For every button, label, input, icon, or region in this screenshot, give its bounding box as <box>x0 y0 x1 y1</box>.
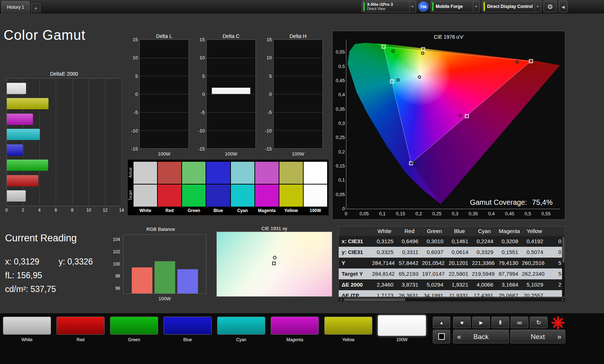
pattern-label: Cyan <box>217 337 265 342</box>
table-cell: 20,1201 <box>447 258 472 268</box>
table-row[interactable]: Target Y284,814265,2193197,014722,580121… <box>339 268 565 279</box>
back-button[interactable]: « Back <box>453 330 509 343</box>
scrollbar-thumb[interactable] <box>562 237 565 263</box>
swatch-col-red: Red <box>158 162 181 215</box>
table-row[interactable]: ΔE 20002,34603,87315,02941,93214,00663,1… <box>339 279 565 290</box>
deltae-bar-cyan <box>7 129 40 140</box>
pattern-button-green[interactable]: Green <box>110 317 158 342</box>
reading-fl-label: fL: <box>5 271 14 280</box>
actual-target-swatches: Actual Target WhiteRedGreenBlueCyanMagen… <box>127 159 329 216</box>
pattern-label: 100W <box>378 337 426 342</box>
x-tick-label: 6 <box>55 208 57 213</box>
swatch-label: Green <box>182 207 206 213</box>
add-tab-button[interactable]: + <box>31 3 41 13</box>
target-marker-cyan <box>390 80 394 84</box>
column-header: Yellow <box>522 227 547 236</box>
y-tick-label: -5 <box>267 110 272 115</box>
continuous-button[interactable]: ∞ <box>511 317 528 328</box>
actual-swatch <box>304 162 327 184</box>
column-header: Cyan <box>472 227 497 236</box>
table-cell: 201,0542 <box>422 258 447 268</box>
chevron-down-icon[interactable]: ▼ <box>535 1 540 12</box>
actual-swatch <box>231 162 254 184</box>
cie-1931-chart <box>216 232 332 297</box>
chevron-down-icon[interactable]: ▼ <box>409 1 415 12</box>
results-table: WhiteRedGreenBlueCyanMagentaYellowx: CIE… <box>338 226 565 297</box>
chevron-down-icon[interactable]: ▼ <box>473 1 479 12</box>
scroll-left-icon[interactable]: ◄ <box>339 298 343 301</box>
target-swatch <box>304 185 327 207</box>
cie-1976-chart: CIE 1976 u'v' Gamut Coverage:75,4% 0,550… <box>332 31 565 220</box>
pattern-button-yellow[interactable]: Yellow <box>324 317 372 342</box>
table-cell: 0,3208 <box>497 236 522 247</box>
table-row[interactable]: Y284,714457,8442201,054220,1201221,33667… <box>339 258 565 268</box>
refresh-button[interactable]: ↻ <box>530 317 548 328</box>
y-tick-label: -10 <box>265 128 272 133</box>
pattern-window-button[interactable] <box>433 330 450 343</box>
pattern-source-selector[interactable]: Mobile Forge ▼ <box>431 1 480 12</box>
scrollbar-thumb[interactable] <box>344 299 405 301</box>
x-axis-label: 100W <box>139 151 189 157</box>
reading-fl-value: 156,95 <box>17 271 42 280</box>
pattern-button-white[interactable]: White <box>3 317 51 342</box>
up-arrow-button[interactable]: ▲ <box>433 317 450 328</box>
x-tick-label: 0 <box>5 208 8 213</box>
next-button[interactable]: Next » <box>510 330 565 343</box>
table-cell: 0,4192 <box>522 236 547 247</box>
tab-history-1[interactable]: History 1 <box>1 1 30 13</box>
target-swatch <box>134 185 157 207</box>
rgb-bar-red <box>132 267 152 293</box>
table-cell: 0,1551 <box>497 247 522 258</box>
column-header <box>339 227 372 236</box>
collapse-panel-icon[interactable]: ◀ <box>559 1 567 12</box>
y-tick-label: 0,05 <box>333 192 345 197</box>
table-cell: 262,2340 <box>522 268 547 279</box>
pause-button[interactable]: Ⅱ <box>491 317 509 328</box>
row-label: Y <box>339 258 372 268</box>
y-tick-label: 0,2 <box>333 149 345 155</box>
y-axis-labels: 151050-5-10-15 <box>196 39 205 149</box>
actual-swatch <box>255 162 279 184</box>
y-tick-label: 0,45 <box>333 78 345 83</box>
table-cell: 87,7994 <box>497 268 522 279</box>
pattern-label: Green <box>110 337 158 342</box>
gear-icon[interactable]: ⚙ <box>544 1 557 12</box>
y-tick-label: -15 <box>198 146 205 152</box>
pattern-button-cyan[interactable]: Cyan <box>217 317 265 342</box>
meter-selector[interactable]: X-Rite i1Pro 3 Direct View ▼ <box>362 1 416 12</box>
play-button[interactable]: ▶ <box>472 317 490 328</box>
reading-cd: cd/m²: 537,75 <box>5 284 56 294</box>
table-row[interactable]: y: CIE310,33250,33110,60370,06140,33290,… <box>339 247 565 258</box>
x-axis-label: 100W <box>206 151 256 157</box>
pattern-button-red[interactable]: Red <box>56 317 105 342</box>
table-row[interactable]: ΔE ITP1,717326,363134,199111,933117,4391… <box>339 290 565 297</box>
rgb-ylabels: 1041021009896 <box>110 234 121 294</box>
actual-swatch <box>279 162 303 184</box>
table-horizontal-scrollbar[interactable]: ◄ ► <box>338 298 565 302</box>
y-tick-label: 10 <box>200 55 205 60</box>
table-row[interactable]: x: CIE310,31250,64960,30100,14610,22440,… <box>339 236 565 247</box>
x-tick-label: 0 <box>339 211 352 216</box>
swatch-col-white: White <box>134 162 157 215</box>
luminance-badge[interactable]: 706 <box>418 1 428 12</box>
measured-marker-cyan <box>397 78 400 81</box>
table-cell: 20,2557 <box>522 290 547 297</box>
actual-row-label: Actual <box>128 162 134 184</box>
table-cell: 2,3460 <box>372 279 397 290</box>
pattern-button-magenta[interactable]: Magenta <box>271 317 319 342</box>
gridline <box>207 76 255 76</box>
table-vertical-scrollbar[interactable] <box>562 236 565 297</box>
delta-chart-delta-l: Delta L151050-5-10-15100W <box>129 33 190 161</box>
pattern-button-blue[interactable]: Blue <box>164 317 212 342</box>
gridline <box>207 58 255 58</box>
scroll-right-icon[interactable]: ► <box>561 298 565 301</box>
x-tick-label: 0,3 <box>449 211 462 216</box>
bottom-bar: WhiteRedGreenBlueCyanMagentaYellow100W ▲… <box>0 313 604 364</box>
swatch-label: Magenta <box>255 207 279 213</box>
calibration-asterisk-icon[interactable] <box>549 314 567 331</box>
stop-button[interactable]: ■ <box>453 317 471 328</box>
table-cell: 5,0294 <box>422 279 447 290</box>
pattern-button-100w[interactable]: 100W <box>378 317 426 342</box>
y-tick-label: 5 <box>202 73 205 79</box>
display-control-selector[interactable]: Direct Display Control ▼ <box>482 1 541 12</box>
